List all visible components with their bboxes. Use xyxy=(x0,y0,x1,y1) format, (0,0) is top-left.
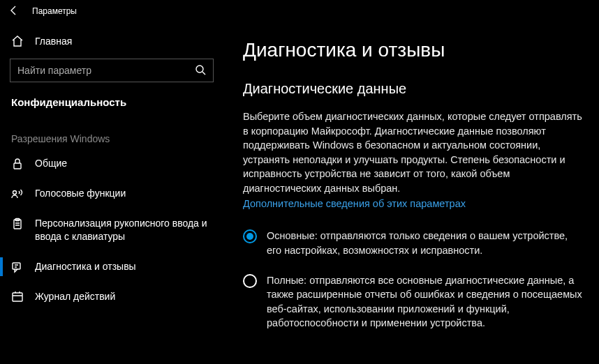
sidebar-item-label: Общие xyxy=(35,157,212,170)
sidebar-category: Конфиденциальность xyxy=(0,86,223,112)
sidebar-item-inking[interactable]: Персонализация рукописного ввода и ввода… xyxy=(0,208,223,252)
titlebar: Параметры xyxy=(0,0,599,22)
learn-more-link[interactable]: Дополнительные сведения об этих параметр… xyxy=(243,198,466,209)
search-input[interactable] xyxy=(17,65,195,76)
sidebar-item-label: Журнал действий xyxy=(35,290,212,303)
svg-point-2 xyxy=(13,191,17,195)
back-button[interactable] xyxy=(8,5,20,18)
main-panel: Диагностика и отзывы Диагностические дан… xyxy=(223,22,599,364)
radio-circle-icon xyxy=(243,274,257,288)
sidebar-item-speech[interactable]: Голосовые функции xyxy=(0,179,223,208)
sidebar-section-label: Разрешения Windows xyxy=(0,112,223,149)
section-title: Диагностические данные xyxy=(243,81,582,97)
diagnostic-options: Основные: отправляются только сведения о… xyxy=(243,229,582,330)
clipboard-icon xyxy=(11,218,24,230)
activity-icon xyxy=(11,291,24,303)
radio-full[interactable]: Полные: отправляются все основные диагно… xyxy=(243,273,582,331)
window-title: Параметры xyxy=(32,6,77,16)
search-icon xyxy=(195,64,206,77)
svg-rect-6 xyxy=(13,293,22,301)
radio-circle-icon xyxy=(243,229,257,243)
svg-point-0 xyxy=(196,66,203,73)
sidebar-item-label: Диагностика и отзывы xyxy=(35,260,212,273)
sidebar-item-activity[interactable]: Журнал действий xyxy=(0,282,223,312)
sidebar-item-general[interactable]: Общие xyxy=(0,149,223,179)
radio-label: Полные: отправляются все основные диагно… xyxy=(267,273,582,331)
page-title: Диагностика и отзывы xyxy=(243,39,582,61)
home-icon xyxy=(11,35,24,47)
sidebar-item-label: Голосовые функции xyxy=(35,187,212,200)
search-box[interactable] xyxy=(10,59,214,82)
svg-rect-1 xyxy=(14,163,21,169)
lock-icon xyxy=(11,158,24,170)
sidebar-home[interactable]: Главная xyxy=(0,29,223,53)
radio-basic[interactable]: Основные: отправляются только сведения о… xyxy=(243,229,582,257)
speech-icon xyxy=(11,188,24,200)
feedback-icon xyxy=(11,261,24,273)
radio-label: Основные: отправляются только сведения о… xyxy=(267,229,582,257)
section-description: Выберите объем диагностических данных, к… xyxy=(243,109,582,195)
sidebar-item-label: Персонализация рукописного ввода и ввода… xyxy=(35,217,212,243)
sidebar-item-diagnostics[interactable]: Диагностика и отзывы xyxy=(0,252,223,282)
sidebar-home-label: Главная xyxy=(35,36,72,47)
sidebar: Главная Конфиденциальность Разрешения Wi… xyxy=(0,22,223,364)
svg-rect-5 xyxy=(13,263,20,269)
